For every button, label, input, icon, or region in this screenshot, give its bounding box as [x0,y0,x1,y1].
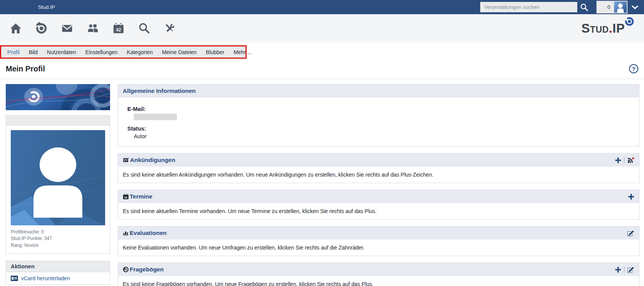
notification-counter[interactable]: 0 [597,2,614,13]
email-label: E-Mail: [127,106,630,112]
tab-meine-dateien[interactable]: Meine Dateien [157,49,201,55]
section-empty-message: Es sind keine aktuellen Ankündigungen vo… [118,167,639,183]
status-label: Status: [127,126,630,132]
page-header: Mein Profil ? [0,59,644,79]
add-announcement-icon[interactable] [615,157,621,164]
calendar-icon: 42 [123,193,129,200]
page-title: Mein Profil [6,64,45,73]
tab-einstellungen[interactable]: Einstellungen [81,49,122,55]
home-icon[interactable] [9,22,22,35]
tab-profil[interactable]: Profil [3,49,24,55]
stat-profile-visits: Profilbesuche: 0 [11,229,105,235]
user-menu-chevron-down-icon[interactable] [631,5,639,10]
courses-spiral-icon[interactable] [35,22,48,35]
tab-kategorien[interactable]: Kategorien [122,49,158,55]
section-evaluationen: Evaluationen Keine Evaluationen vorhande… [118,226,639,256]
profile-tabs-annotation-box: Profil Bild Nutzerdaten Einstellungen Ka… [0,45,247,59]
section-empty-message: Es sind keine aktuellen Termine vorhande… [118,203,639,219]
search-input[interactable] [480,2,577,12]
section-title-text: Ankündigungen [130,157,175,164]
profile-card-header [6,116,110,126]
tab-blubber[interactable]: Blubber [201,49,229,55]
tools-icon[interactable] [163,22,176,35]
edit-questionnaires-icon[interactable] [627,266,634,273]
studip-logo-spiral-icon [624,16,635,27]
email-value-redacted [134,114,177,120]
profile-banner-image [6,84,110,110]
profile-stats: Profilbesuche: 0 Stud.IP-Punkte: 347 Ran… [11,229,105,249]
section-title: Allgemeine Informationen [123,88,196,94]
section-empty-message: Keine Evaluationen vorhanden. Um neue Um… [118,240,639,256]
community-icon[interactable] [86,22,99,35]
user-avatar[interactable] [614,2,627,13]
svg-text:42: 42 [116,27,121,32]
topbar: Stud.IP 0 [0,0,644,14]
section-empty-message: Es sind keine Fragebögen vorhanden. Um n… [118,276,639,286]
profile-card: Profilbesuche: 0 Stud.IP-Punkte: 347 Ran… [6,115,110,254]
section-allgemeine-informationen: Allgemeine Informationen E-Mail: Status:… [118,84,639,147]
status-value: Autor [134,133,630,139]
actions-box: Aktionen vCard herunterladen [6,261,110,285]
section-ankuendigungen: Ankündigungen [118,153,639,183]
tab-mehr[interactable]: Mehr ... [229,49,256,55]
studip-logo: Stud.IP [581,21,635,36]
evaluation-chart-icon [123,230,129,236]
section-title-text: Evaluationen [130,230,166,236]
edit-evaluations-icon[interactable] [627,230,634,236]
tab-nutzerdaten[interactable]: Nutzerdaten [42,49,81,55]
actions-title: Aktionen [6,261,110,272]
search-submit-icon[interactable] [577,2,591,12]
vcard-download-link: vCard herunterladen [21,275,70,281]
profile-main: Allgemeine Informationen E-Mail: Status:… [118,84,639,286]
svg-text:42: 42 [124,196,127,199]
stat-studip-points: Stud.IP-Punkte: 347 [11,235,105,242]
section-frageboegen: Fragebögen Es sind ke [118,263,639,286]
profile-avatar-placeholder [11,130,105,225]
stat-rank: Rang: Novize [11,242,105,249]
add-date-icon[interactable] [628,193,634,200]
main-toolbar: 42 Stud.IP [0,14,644,42]
messages-icon[interactable] [61,22,74,35]
tab-bild[interactable]: Bild [24,49,42,55]
icon-divider [624,157,624,163]
help-icon[interactable]: ? [629,64,638,73]
vcard-icon [11,276,18,281]
profile-tabs: Profil Bild Nutzerdaten Einstellungen Ka… [1,46,245,58]
profile-sidebar: Profilbesuche: 0 Stud.IP-Punkte: 347 Ran… [6,84,110,285]
questionnaire-spiral-icon [123,266,129,273]
section-termine: 42 Termine Es sind keine aktuellen Termi… [118,190,639,220]
schedule-icon[interactable]: 42 [112,22,125,35]
vcard-download-action[interactable]: vCard herunterladen [6,272,110,284]
app-title: Stud.IP [38,4,55,10]
section-title-text: Termine [130,193,152,200]
rss-subscribe-icon[interactable] [627,157,634,164]
news-icon [123,157,129,163]
icon-divider [624,266,624,273]
section-title-text: Fragebögen [130,266,164,273]
user-menu: 0 [596,1,628,13]
search-icon[interactable] [138,22,151,35]
add-questionnaire-icon[interactable] [615,266,621,273]
